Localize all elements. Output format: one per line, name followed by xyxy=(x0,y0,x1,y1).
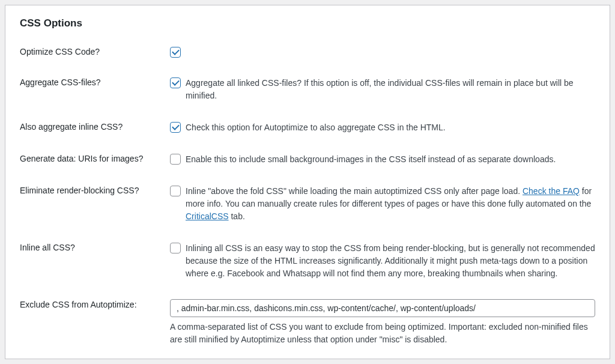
label-inline-all: Inline all CSS? xyxy=(20,242,170,252)
checkbox-render-blocking[interactable] xyxy=(170,186,181,196)
field-render-blocking: Inline "above the fold CSS" while loadin… xyxy=(170,185,595,223)
field-inline-all: Inlining all CSS is an easy way to stop … xyxy=(170,242,595,280)
row-optimize-css: Optimize CSS Code? xyxy=(20,46,595,58)
link-check-faq[interactable]: Check the FAQ xyxy=(523,186,580,196)
row-aggregate-inline: Also aggregate inline CSS? Check this op… xyxy=(20,121,595,134)
row-data-uris: Generate data: URIs for images? Enable t… xyxy=(20,153,595,166)
checkbox-inline-all[interactable] xyxy=(170,243,181,253)
desc-aggregate-inline: Check this option for Autoptimize to als… xyxy=(186,121,446,134)
panel-title: CSS Options xyxy=(20,17,595,29)
link-criticalcss[interactable]: CriticalCSS xyxy=(186,211,229,221)
css-options-panel: CSS Options Optimize CSS Code? Aggregate… xyxy=(5,5,610,359)
field-optimize-css xyxy=(170,46,595,58)
input-exclude-css[interactable] xyxy=(170,299,595,317)
label-optimize-css: Optimize CSS Code? xyxy=(20,46,170,56)
row-inline-all: Inline all CSS? Inlining all CSS is an e… xyxy=(20,242,595,280)
row-aggregate-css: Aggregate CSS-files? Aggregate all linke… xyxy=(20,77,595,102)
checkbox-data-uris[interactable] xyxy=(170,154,181,165)
field-exclude-css: A comma-separated list of CSS you want t… xyxy=(170,299,595,346)
field-data-uris: Enable this to include small background-… xyxy=(170,153,595,166)
help-exclude-css: A comma-separated list of CSS you want t… xyxy=(170,321,595,346)
label-aggregate-css: Aggregate CSS-files? xyxy=(20,77,170,87)
label-aggregate-inline: Also aggregate inline CSS? xyxy=(20,121,170,132)
checkbox-aggregate-css[interactable] xyxy=(170,77,181,88)
desc-aggregate-css: Aggregate all linked CSS-files? If this … xyxy=(186,77,595,102)
field-aggregate-css: Aggregate all linked CSS-files? If this … xyxy=(170,77,595,102)
row-render-blocking: Eliminate render-blocking CSS? Inline "a… xyxy=(20,185,595,223)
desc-render-blocking: Inline "above the fold CSS" while loadin… xyxy=(186,185,595,223)
desc-render-blocking-a: Inline "above the fold CSS" while loadin… xyxy=(186,186,523,196)
checkbox-aggregate-inline[interactable] xyxy=(170,122,181,133)
checkbox-optimize-css[interactable] xyxy=(170,47,181,58)
desc-inline-all: Inlining all CSS is an easy way to stop … xyxy=(186,242,595,280)
label-exclude-css: Exclude CSS from Autoptimize: xyxy=(20,299,170,309)
label-data-uris: Generate data: URIs for images? xyxy=(20,153,170,163)
field-aggregate-inline: Check this option for Autoptimize to als… xyxy=(170,121,595,134)
desc-data-uris: Enable this to include small background-… xyxy=(186,153,556,166)
desc-render-blocking-c: tab. xyxy=(229,211,245,221)
row-exclude-css: Exclude CSS from Autoptimize: A comma-se… xyxy=(20,299,595,346)
label-render-blocking: Eliminate render-blocking CSS? xyxy=(20,185,170,195)
